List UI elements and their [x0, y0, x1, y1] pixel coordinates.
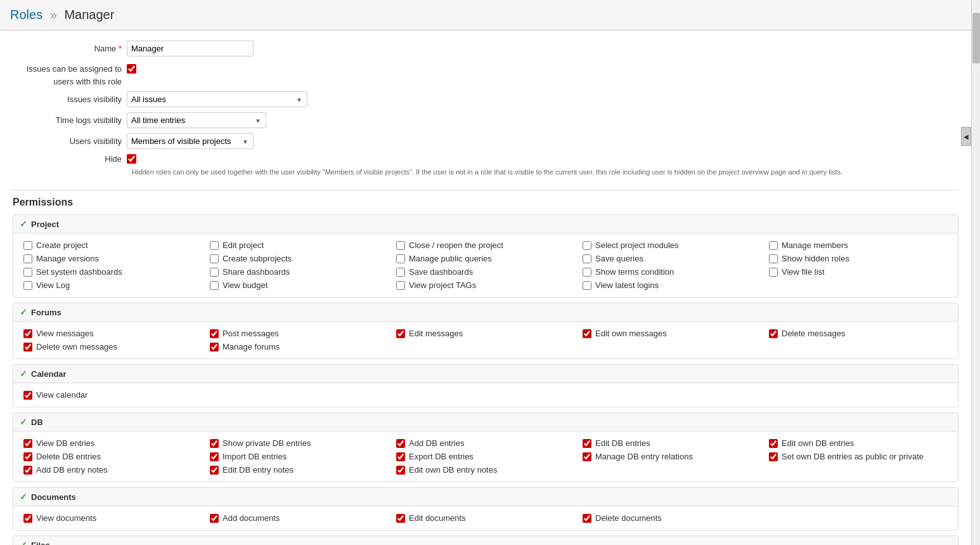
label-import_db_entries[interactable]: Import DB entries [222, 452, 287, 461]
checkbox-show_private_db_entries[interactable] [210, 439, 219, 448]
checkbox-create_subprojects[interactable] [210, 254, 219, 263]
label-manage_members[interactable]: Manage members [782, 240, 848, 250]
label-view_budget[interactable]: View budget [222, 280, 268, 290]
checkbox-edit_documents[interactable] [396, 514, 405, 523]
checkbox-close_reopen[interactable] [396, 241, 405, 250]
label-view_log[interactable]: View Log [36, 280, 70, 290]
checkbox-view_file_list[interactable] [769, 268, 778, 277]
checkbox-delete_own_messages[interactable] [23, 343, 32, 351]
checkbox-manage_versions[interactable] [23, 254, 32, 263]
label-share_dashboards[interactable]: Share dashboards [222, 267, 290, 277]
label-select_modules[interactable]: Select project modules [595, 240, 679, 250]
label-create_subprojects[interactable]: Create subprojects [222, 254, 292, 263]
hide-checkbox[interactable] [127, 154, 136, 164]
checkbox-add_documents[interactable] [210, 514, 219, 523]
roles-link[interactable]: Roles [10, 8, 42, 22]
label-view_calendar[interactable]: View calendar [36, 390, 87, 400]
checkbox-view_messages[interactable] [23, 329, 32, 338]
label-edit_documents[interactable]: Edit documents [409, 513, 466, 523]
label-edit_db_entry_notes[interactable]: Edit DB entry notes [222, 465, 293, 475]
checkbox-view_db_entries[interactable] [23, 439, 32, 448]
form-section: Name * Issues can be assigned to users w… [13, 41, 958, 177]
label-manage_db_entry_relations[interactable]: Manage DB entry relations [595, 452, 693, 461]
label-show_hidden_roles[interactable]: Show hidden roles [782, 254, 849, 263]
checkbox-import_db_entries[interactable] [210, 452, 219, 461]
label-manage_versions[interactable]: Manage versions [36, 254, 99, 263]
time-logs-select[interactable]: All time entries Time entries of project… [127, 112, 266, 128]
label-manage_forums[interactable]: Manage forums [222, 342, 280, 351]
checkbox-edit_db_entry_notes[interactable] [210, 466, 219, 475]
checkbox-manage_db_entry_relations[interactable] [583, 452, 591, 461]
checkbox-save_dashboards[interactable] [396, 268, 405, 277]
users-visibility-select[interactable]: Members of visible projects All active u… [127, 133, 254, 149]
checkbox-edit_db_entries[interactable] [583, 439, 591, 448]
checkbox-edit_own_db_entries[interactable] [769, 439, 778, 448]
checkbox-delete_messages[interactable] [769, 329, 778, 338]
label-add_documents[interactable]: Add documents [222, 513, 280, 523]
label-save_queries[interactable]: Save queries [595, 254, 643, 263]
checkbox-edit_own_messages[interactable] [583, 329, 591, 338]
checkbox-set_own_db_entries_public[interactable] [769, 452, 778, 461]
checkbox-create_project[interactable] [23, 241, 32, 250]
checkbox-select_modules[interactable] [583, 241, 591, 250]
checkbox-export_db_entries[interactable] [396, 452, 405, 461]
scrollbar-track[interactable] [971, 0, 980, 545]
checkbox-view_calendar[interactable] [23, 391, 32, 400]
label-delete_documents[interactable]: Delete documents [595, 513, 662, 523]
checkbox-set_system_dashboards[interactable] [23, 268, 32, 277]
checkbox-save_queries[interactable] [583, 254, 591, 263]
label-view_db_entries[interactable]: View DB entries [36, 438, 94, 448]
perm-item-edit_db_entries: Edit DB entries [579, 437, 765, 450]
label-delete_own_messages[interactable]: Delete own messages [36, 342, 117, 351]
label-edit_messages[interactable]: Edit messages [409, 329, 463, 338]
label-view_file_list[interactable]: View file list [782, 267, 825, 277]
label-view_latest_logins[interactable]: View latest logins [595, 280, 659, 290]
label-show_private_db_entries[interactable]: Show private DB entries [222, 438, 311, 448]
label-add_db_entry_notes[interactable]: Add DB entry notes [36, 465, 108, 475]
checkbox-view_budget[interactable] [210, 281, 219, 290]
issues-assignable-checkbox[interactable] [127, 64, 136, 74]
label-view_project_tags[interactable]: View project TAGs [409, 280, 476, 290]
checkbox-manage_members[interactable] [769, 241, 778, 250]
label-post_messages[interactable]: Post messages [222, 329, 279, 338]
label-save_dashboards[interactable]: Save dashboards [409, 267, 473, 277]
label-add_db_entries[interactable]: Add DB entries [409, 438, 464, 448]
checkbox-view_documents[interactable] [23, 514, 32, 523]
label-delete_db_entries[interactable]: Delete DB entries [36, 452, 101, 461]
label-set_own_db_entries_public[interactable]: Set own DB entries as public or private [782, 452, 924, 461]
label-export_db_entries[interactable]: Export DB entries [409, 452, 474, 461]
checkbox-add_db_entry_notes[interactable] [23, 466, 32, 475]
scrollbar-thumb[interactable] [972, 13, 980, 63]
issues-visibility-select[interactable]: All issues Issues created by or assigned… [127, 91, 307, 107]
checkbox-delete_db_entries[interactable] [23, 452, 32, 461]
checkbox-delete_documents[interactable] [583, 514, 591, 523]
label-edit_project[interactable]: Edit project [222, 240, 264, 250]
checkbox-view_latest_logins[interactable] [583, 281, 591, 290]
label-close_reopen[interactable]: Close / reopen the project [409, 240, 503, 250]
checkbox-add_db_entries[interactable] [396, 439, 405, 448]
label-edit_own_db_entry_notes[interactable]: Edit own DB entry notes [409, 465, 497, 475]
checkbox-manage_public_queries[interactable] [396, 254, 405, 263]
name-input[interactable] [127, 41, 254, 56]
label-edit_own_db_entries[interactable]: Edit own DB entries [782, 438, 854, 448]
label-view_messages[interactable]: View messages [36, 329, 94, 338]
checkbox-view_project_tags[interactable] [396, 281, 405, 290]
checkbox-show_hidden_roles[interactable] [769, 254, 778, 263]
label-show_terms_condition[interactable]: Show terms condition [595, 267, 674, 277]
label-view_documents[interactable]: View documents [36, 513, 96, 523]
checkbox-view_log[interactable] [23, 281, 32, 290]
checkbox-post_messages[interactable] [210, 329, 219, 338]
label-manage_public_queries[interactable]: Manage public queries [409, 254, 492, 263]
checkbox-show_terms_condition[interactable] [583, 268, 591, 277]
checkbox-edit_own_db_entry_notes[interactable] [396, 466, 405, 475]
checkbox-manage_forums[interactable] [210, 343, 219, 351]
checkbox-share_dashboards[interactable] [210, 268, 219, 277]
label-create_project[interactable]: Create project [36, 240, 88, 250]
checkbox-edit_messages[interactable] [396, 329, 405, 338]
label-edit_own_messages[interactable]: Edit own messages [595, 329, 667, 338]
collapse-sidebar-btn[interactable]: ◀ [961, 127, 971, 146]
label-edit_db_entries[interactable]: Edit DB entries [595, 438, 650, 448]
checkbox-edit_project[interactable] [210, 241, 219, 250]
label-delete_messages[interactable]: Delete messages [782, 329, 845, 338]
label-set_system_dashboards[interactable]: Set system dashboards [36, 267, 122, 277]
